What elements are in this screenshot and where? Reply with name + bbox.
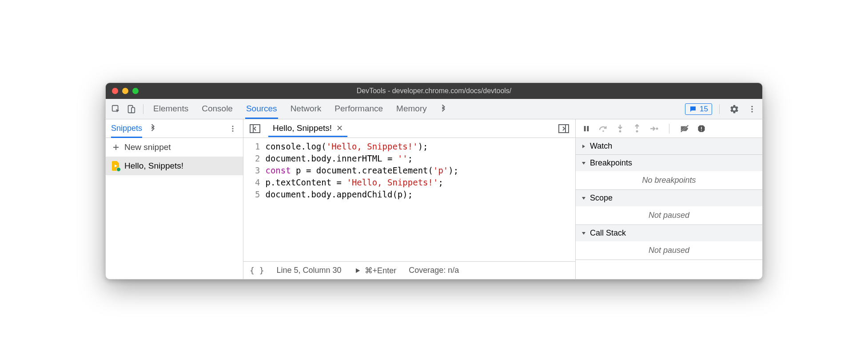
editor-tabbar: Hello, Snippets! ✕ [243,119,575,138]
snippet-list: Hello, Snippets! [106,157,243,175]
toolbar-right: 15 [685,102,760,117]
snippet-item[interactable]: Hello, Snippets! [106,157,243,175]
panel-tab-performance[interactable]: Performance [334,99,384,119]
device-toggle-icon[interactable] [123,102,139,117]
issues-badge[interactable]: 15 [685,103,712,115]
line-gutter: 12345 [243,141,265,261]
deactivate-breakpoints-icon[interactable] [678,122,691,135]
scope-section: Scope Not paused [576,190,762,225]
svg-point-8 [232,130,234,131]
scope-empty: Not paused [576,206,762,224]
step-over-icon[interactable] [597,122,609,135]
watch-header[interactable]: Watch [576,138,762,154]
callstack-empty: Not paused [576,241,762,260]
window-controls [112,88,139,94]
top-toolbar: ElementsConsoleSourcesNetworkPerformance… [106,99,762,119]
snippet-file-icon [112,161,120,171]
breakpoints-empty: No breakpoints [576,171,762,189]
svg-point-5 [751,111,753,112]
divider [719,104,720,114]
editor-area: Hello, Snippets! ✕ 12345 console.log('He… [243,119,576,279]
callstack-section: Call Stack Not paused [576,225,762,260]
divider [669,124,669,134]
sidebar-kebab-icon[interactable] [224,122,241,135]
titlebar: DevTools - developer.chrome.com/docs/dev… [106,83,762,99]
step-icon[interactable] [648,122,660,135]
code-editor[interactable]: 12345 console.log('Hello, Snippets!');do… [243,138,575,261]
scope-label: Scope [590,193,613,203]
breakpoints-section: Breakpoints No breakpoints [576,155,762,190]
settings-icon[interactable] [727,102,742,117]
editor-file-name: Hello, Snippets! [273,123,332,133]
panel-tabs: ElementsConsoleSourcesNetworkPerformance… [152,99,428,119]
main-area: Snippets New snippet Hello, Snippets! [106,119,762,279]
sidebar-header: Snippets [106,119,243,138]
snippet-name: Hello, Snippets! [124,161,183,171]
navigator-sidebar: Snippets New snippet Hello, Snippets! [106,119,243,279]
run-hint: ⌘+Enter [365,266,397,275]
navigator-toggle-icon[interactable] [247,122,263,135]
kebab-menu-icon[interactable] [745,102,760,117]
scope-header[interactable]: Scope [576,190,762,206]
window-title: DevTools - developer.chrome.com/docs/dev… [106,87,762,95]
step-into-icon[interactable] [614,122,626,135]
breakpoints-header[interactable]: Breakpoints [576,155,762,171]
pretty-print-icon[interactable]: { } [250,266,264,275]
svg-rect-13 [584,126,586,131]
step-out-icon[interactable] [631,122,643,135]
svg-point-6 [232,126,234,127]
watch-label: Watch [590,142,612,151]
svg-point-7 [232,128,234,129]
callstack-label: Call Stack [590,228,626,238]
callstack-header[interactable]: Call Stack [576,225,762,241]
inspect-element-icon[interactable] [108,102,123,117]
cursor-position: Line 5, Column 30 [277,266,342,275]
svg-rect-9 [250,125,260,133]
new-snippet-button[interactable]: New snippet [106,138,243,157]
pause-on-exceptions-icon[interactable] [695,122,708,135]
debugger-panel: Watch Breakpoints No breakpoints Scope N… [576,119,762,279]
close-tab-icon[interactable]: ✕ [336,123,343,133]
new-snippet-label: New snippet [124,142,171,152]
editor-file-tab[interactable]: Hello, Snippets! ✕ [268,120,347,137]
coverage-status: Coverage: n/a [409,266,459,275]
window-close-button[interactable] [112,88,118,94]
more-panes-icon[interactable] [148,124,157,133]
editor-statusbar: { } Line 5, Column 30 ⌘+Enter Coverage: … [243,261,575,279]
divider [143,104,143,114]
panel-tab-sources[interactable]: Sources [245,99,278,119]
svg-rect-14 [587,126,589,131]
svg-rect-21 [701,126,702,129]
watch-section: Watch [576,138,762,155]
svg-point-3 [751,106,753,107]
svg-rect-11 [559,125,569,133]
svg-rect-22 [701,130,702,131]
sidebar-pane-tab[interactable]: Snippets [111,119,142,138]
run-snippet-button[interactable]: ⌘+Enter [354,266,397,275]
svg-rect-2 [131,107,135,113]
svg-point-18 [656,127,658,130]
devtools-window: DevTools - developer.chrome.com/docs/dev… [105,83,763,279]
panel-tab-memory[interactable]: Memory [395,99,428,119]
panel-tab-console[interactable]: Console [201,99,234,119]
code-body[interactable]: console.log('Hello, Snippets!');document… [265,141,464,261]
panel-tab-network[interactable]: Network [290,99,323,119]
svg-point-16 [619,130,621,132]
more-tabs-icon[interactable] [436,102,451,117]
svg-point-4 [751,108,753,110]
window-minimize-button[interactable] [122,88,128,94]
panel-tab-elements[interactable]: Elements [152,99,189,119]
svg-point-15 [602,130,604,132]
issues-count: 15 [700,105,708,114]
breakpoints-label: Breakpoints [590,158,632,168]
debugger-toolbar [576,119,762,138]
pause-icon[interactable] [580,122,593,135]
svg-point-17 [636,130,638,132]
debugger-toggle-icon[interactable] [556,122,572,135]
window-maximize-button[interactable] [132,88,139,94]
